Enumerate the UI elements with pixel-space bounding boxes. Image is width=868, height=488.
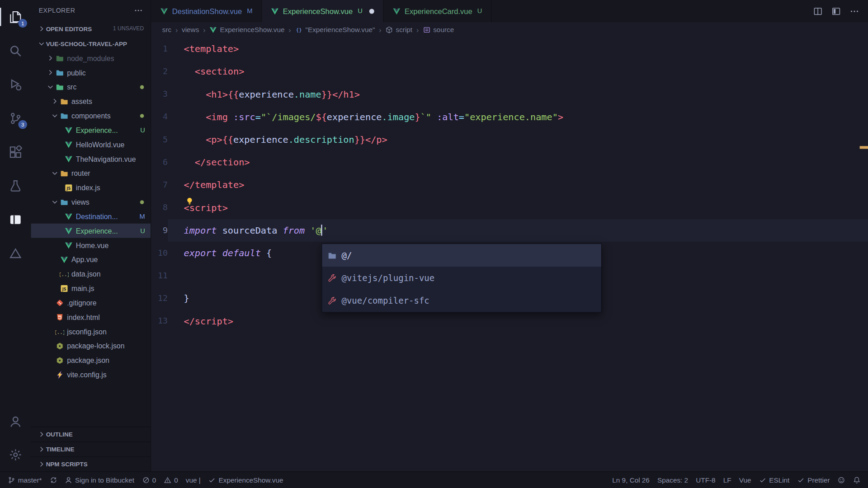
status-vue[interactable]: vue | [186, 476, 201, 484]
tree-item-experience[interactable]: Experience...U [31, 224, 151, 238]
breadcrumb-separator: › [203, 25, 206, 34]
tree-item-index-js[interactable]: JSindex.js [31, 180, 151, 195]
file-tree: node_modulespublicsrcassetscomponentsExp… [31, 51, 151, 382]
tree-item-src[interactable]: src [31, 80, 151, 94]
status-spaces-2[interactable]: Spaces: 2 [657, 476, 688, 484]
tree-item-router[interactable]: router [31, 166, 151, 180]
code-line-6[interactable]: 6 </section> [151, 151, 868, 174]
activity-item-search-icon[interactable] [0, 34, 31, 68]
status-bell-icon[interactable] [853, 476, 860, 484]
unsaved-dot[interactable] [369, 9, 374, 14]
code-line-4[interactable]: 4 <img :src="`/images/${experience.image… [151, 106, 868, 128]
git-status-badge: U [140, 126, 145, 134]
activity-item-panel-layout-icon[interactable] [0, 202, 31, 236]
activity-bar-top: 13 [0, 0, 31, 270]
breadcrumb-experienceshow-vue[interactable]: ExperienceShow.vue [209, 26, 284, 34]
tree-item-node-modules[interactable]: node_modules [31, 51, 151, 66]
code-line-5[interactable]: 5 <p>{{experience.description}}</p> [151, 128, 868, 151]
section-outline[interactable]: OUTLINE [31, 427, 151, 441]
activity-item-run-debug-icon[interactable] [0, 67, 31, 101]
code-line-1[interactable]: 1<template> [151, 38, 868, 60]
tree-item-package-lock-json[interactable]: package-lock.json [31, 338, 151, 353]
tree-item-package-json[interactable]: package.json [31, 353, 151, 367]
unsaved-count: 1 UNSAVED [113, 25, 147, 31]
activity-item-account-icon[interactable] [0, 405, 31, 438]
tree-item-public[interactable]: public [31, 65, 151, 80]
breadcrumb-source[interactable]: source [423, 26, 454, 34]
more-actions-icon[interactable] [850, 6, 859, 16]
section-npm-scripts[interactable]: NPM SCRIPTS [31, 456, 151, 471]
activity-item-source-control-icon[interactable]: 3 [0, 101, 31, 135]
check-icon [208, 476, 216, 484]
split-editor-icon[interactable] [813, 6, 823, 16]
activity-badge: 3 [18, 120, 27, 129]
project-root-section[interactable]: VUE-SCHOOL-TRAVEL-APP [31, 36, 151, 51]
tree-item-destination[interactable]: Destination...M [31, 209, 151, 224]
activity-item-extensions-icon[interactable] [0, 135, 31, 169]
tree-item-helloworld-vue[interactable]: HelloWorld.vue [31, 137, 151, 152]
layout-icon[interactable] [831, 6, 841, 16]
suggest-item-item[interactable]: @/ [322, 244, 601, 267]
more-actions-icon[interactable] [134, 6, 143, 15]
status-utf-8[interactable]: UTF-8 [696, 476, 715, 484]
tab-destinationshow-vue[interactable]: DestinationShow.vueM [151, 0, 262, 22]
status-lf[interactable]: LF [723, 476, 731, 484]
breadcrumb-script[interactable]: script [385, 26, 412, 34]
tab-experienceshow-vue[interactable]: ExperienceShow.vueU [262, 0, 383, 22]
status-vue[interactable]: Vue [739, 476, 751, 484]
tree-item-experience[interactable]: Experience...U [31, 123, 151, 137]
chevron-down-icon [45, 82, 55, 91]
open-editors-section[interactable]: OPEN EDITORS 1 UNSAVED [31, 21, 151, 36]
code-line-7[interactable]: 7</template> [151, 174, 868, 196]
activity-item-triangle-icon[interactable] [0, 236, 31, 270]
breadcrumb-src[interactable]: src [162, 26, 171, 34]
activity-item-settings-gear-icon[interactable] [0, 438, 31, 471]
breadcrumb-views[interactable]: views [182, 26, 199, 34]
project-name: VUE-SCHOOL-TRAVEL-APP [46, 40, 127, 47]
npm-icon [55, 356, 64, 364]
section-timeline[interactable]: TIMELINE [31, 441, 151, 456]
suggest-item-vitejs-plugin-vue[interactable]: @vitejs/plugin-vue [322, 267, 601, 289]
tab-experiencecard-vue[interactable]: ExperienceCard.vueU [383, 0, 491, 22]
breadcrumb-experienceshow-vue[interactable]: {}"ExperienceShow.vue" [295, 26, 375, 34]
status-master[interactable]: master* [8, 476, 42, 484]
tree-item-jsconfig-json[interactable]: {..}jsconfig.json [31, 324, 151, 339]
status-sign-in-to-bitbucket[interactable]: Sign in to Bitbucket [65, 476, 134, 484]
activity-item-testing-beaker-icon[interactable] [0, 169, 31, 202]
tree-item-home-vue[interactable]: Home.vue [31, 238, 151, 253]
line-number: 5 [151, 128, 168, 151]
tree-item-gitignore[interactable]: .gitignore [31, 296, 151, 310]
line-number: 1 [151, 38, 168, 60]
tree-item-data-json[interactable]: {..}data.json [31, 267, 151, 281]
code-line-9[interactable]: 9import sourceData from '@' [151, 219, 868, 242]
status-0[interactable]: 0 [164, 476, 178, 484]
overview-ruler[interactable] [860, 38, 868, 471]
account-icon [9, 415, 22, 428]
tree-item-main-js[interactable]: JSmain.js [31, 281, 151, 296]
tree-item-thenavigation-vue[interactable]: TheNavigation.vue [31, 152, 151, 166]
code-line-3[interactable]: 3 <h1>{{experience.name}}</h1> [151, 83, 868, 106]
tree-item-app-vue[interactable]: App.vue [31, 252, 151, 267]
code-line-2[interactable]: 2 <section> [151, 60, 868, 83]
lightbulb-icon[interactable] [185, 197, 194, 206]
status-experienceshow-vue[interactable]: ExperienceShow.vue [208, 476, 283, 484]
tree-item-vite-config-js[interactable]: vite.config.js [31, 367, 151, 382]
suggest-item-vue-compiler-sfc[interactable]: @vue/compiler-sfc [322, 289, 601, 312]
line-number: 10 [151, 242, 168, 264]
status-0[interactable]: 0 [142, 476, 156, 484]
tree-item-assets[interactable]: assets [31, 94, 151, 108]
tree-item-views[interactable]: views [31, 195, 151, 209]
status-prettier[interactable]: Prettier [797, 476, 830, 484]
section-label: OUTLINE [46, 431, 73, 438]
status-eslint[interactable]: ESLint [759, 476, 790, 484]
activity-item-explorer-icon[interactable]: 1 [0, 0, 31, 34]
status-feedback-icon[interactable] [838, 476, 845, 484]
code-editor[interactable]: 1<template>2 <section>3 <h1>{{experience… [151, 38, 868, 471]
git-status-badge: M [247, 7, 252, 15]
code-line-8[interactable]: 8<script> [151, 197, 868, 219]
code-line-13[interactable]: 13</script> [151, 310, 868, 333]
tree-item-index-html[interactable]: index.html [31, 310, 151, 324]
status-sync-icon[interactable] [50, 476, 57, 484]
status-ln-9-col-26[interactable]: Ln 9, Col 26 [612, 476, 650, 484]
tree-item-components[interactable]: components [31, 108, 151, 123]
